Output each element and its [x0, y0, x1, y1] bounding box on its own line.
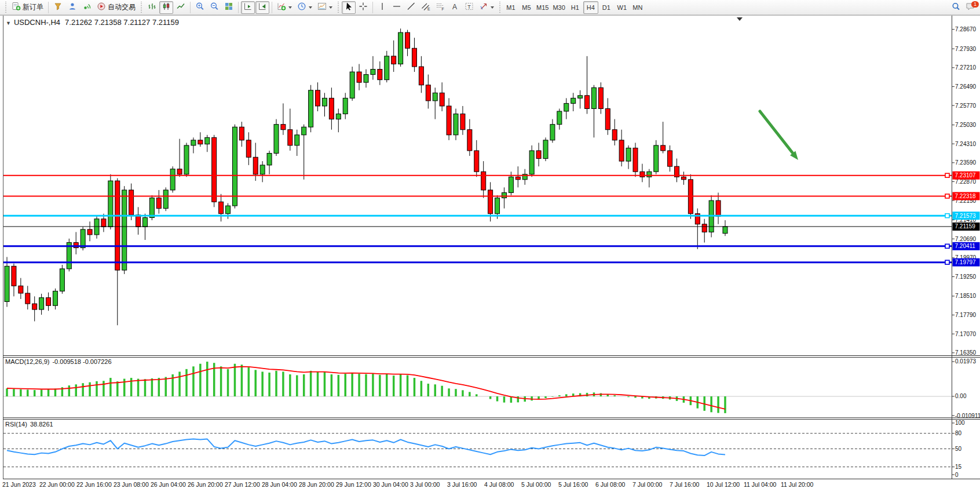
- horizontal-line-icon: [392, 2, 401, 13]
- svg-text:7.24310: 7.24310: [955, 141, 977, 147]
- timeframe-mn-button[interactable]: MN: [630, 1, 645, 14]
- bar-chart-icon: [147, 2, 156, 13]
- signals-icon: [82, 2, 92, 13]
- timeframe-w1-button[interactable]: W1: [615, 1, 630, 14]
- new-order-button[interactable]: 新订单: [9, 1, 46, 14]
- crosshair-icon: [359, 2, 368, 13]
- svg-text:10 Jul 12:00: 10 Jul 12:00: [707, 481, 740, 488]
- label-tool-button[interactable]: T: [462, 1, 476, 14]
- toolbar-drag-handle[interactable]: [337, 2, 339, 13]
- toolbar-drag-handle[interactable]: [5, 2, 7, 13]
- svg-text:3 Jul 00:00: 3 Jul 00:00: [410, 481, 440, 488]
- trendline-icon: [407, 2, 416, 13]
- community-button[interactable]: [65, 1, 79, 14]
- auto-trading-button[interactable]: 自动交易: [94, 1, 138, 14]
- svg-text:15: 15: [955, 464, 962, 470]
- collapse-triangle-icon[interactable]: ▼: [6, 20, 11, 26]
- cursor-icon: [344, 2, 353, 13]
- svg-text:11 Jul 04:00: 11 Jul 04:00: [744, 481, 777, 488]
- search-button[interactable]: [949, 1, 963, 14]
- svg-text:80: 80: [955, 430, 962, 436]
- svg-text:7.17070: 7.17070: [955, 331, 977, 337]
- candlestick-chart-icon: [162, 2, 171, 13]
- svg-text:7.23590: 7.23590: [955, 159, 977, 166]
- templates-button[interactable]: [315, 1, 335, 14]
- line-chart-button[interactable]: [174, 1, 188, 14]
- svg-text:7.21573: 7.21573: [955, 213, 977, 219]
- clock-icon: [297, 2, 306, 13]
- community-person-icon: [68, 2, 77, 13]
- channel-tool-button[interactable]: E: [419, 1, 433, 14]
- svg-text:4 Jul 08:00: 4 Jul 08:00: [484, 481, 514, 488]
- macd-name: MACD(12,26,9): [5, 358, 49, 365]
- periods-dropdown-caret-icon: [309, 6, 312, 9]
- vertical-line-tool-button[interactable]: [375, 1, 389, 14]
- indicators-button[interactable]: [275, 1, 294, 14]
- cursor-tool-button[interactable]: [342, 1, 356, 14]
- svg-text:7.19250: 7.19250: [955, 274, 977, 280]
- timeframe-m30-button[interactable]: M30: [551, 1, 566, 14]
- toolbar-separator: [372, 2, 373, 13]
- timeframe-group: M1M5M15M30H1H4D1W1MN: [503, 1, 645, 14]
- notification-count-badge: 1: [971, 1, 979, 8]
- bar-chart-button[interactable]: [145, 1, 159, 14]
- search-icon: [951, 2, 960, 13]
- horizontal-line-tool-button[interactable]: [390, 1, 404, 14]
- equidistant-channel-icon: E: [421, 2, 430, 13]
- crosshair-tool-button[interactable]: [356, 1, 370, 14]
- svg-text:7 Jul 00:00: 7 Jul 00:00: [632, 481, 663, 488]
- svg-text:7.17790: 7.17790: [955, 312, 977, 318]
- chart-shift-icon: [258, 2, 267, 13]
- svg-text:100: 100: [955, 420, 965, 426]
- tile-windows-icon: [224, 2, 233, 13]
- svg-text:21 Jun 2023: 21 Jun 2023: [2, 481, 36, 488]
- svg-text:22 Jun 16:00: 22 Jun 16:00: [76, 481, 112, 488]
- svg-text:7.26490: 7.26490: [955, 83, 977, 90]
- zoom-out-button[interactable]: [207, 1, 221, 14]
- toolbar-separator: [190, 2, 191, 13]
- svg-text:6 Jul 08:00: 6 Jul 08:00: [595, 481, 626, 488]
- svg-text:7.25770: 7.25770: [955, 103, 977, 109]
- svg-text:E: E: [427, 7, 430, 11]
- tile-windows-button[interactable]: [222, 1, 236, 14]
- svg-text:5 Jul 16:00: 5 Jul 16:00: [558, 481, 588, 488]
- svg-text:7.20411: 7.20411: [955, 243, 976, 249]
- zoom-out-icon: [210, 2, 219, 13]
- timeframe-h4-button[interactable]: H4: [583, 1, 598, 14]
- timeframe-d1-button[interactable]: D1: [599, 1, 614, 14]
- periods-button[interactable]: [295, 1, 315, 14]
- indicators-dropdown-caret-icon: [288, 6, 292, 9]
- svg-text:7.27930: 7.27930: [955, 46, 977, 52]
- svg-text:7.20690: 7.20690: [955, 236, 977, 242]
- svg-text:7.23107: 7.23107: [955, 172, 977, 178]
- text-label-icon: T: [465, 2, 474, 13]
- svg-text:7.16350: 7.16350: [955, 349, 977, 356]
- timeframe-m5-button[interactable]: M5: [519, 1, 534, 14]
- template-icon: [317, 2, 327, 13]
- timeframe-m1-button[interactable]: M1: [503, 1, 518, 14]
- toolbar-drag-handle[interactable]: [499, 2, 501, 13]
- timeframe-m15-button[interactable]: M15: [535, 1, 550, 14]
- chart-canvas[interactable]: 7.286707.279307.272107.264907.257707.250…: [0, 0, 980, 492]
- zoom-in-button[interactable]: [193, 1, 207, 14]
- toolbar-drag-handle[interactable]: [140, 2, 142, 13]
- signals-button[interactable]: [80, 1, 94, 14]
- svg-text:7 Jul 16:00: 7 Jul 16:00: [670, 481, 700, 488]
- svg-text:3 Jul 16:00: 3 Jul 16:00: [447, 481, 477, 488]
- candlestick-chart-button[interactable]: [159, 1, 173, 14]
- svg-text:0.00: 0.00: [955, 393, 967, 399]
- fibonacci-tool-button[interactable]: F: [433, 1, 447, 14]
- auto-scroll-button[interactable]: [241, 1, 255, 14]
- arrows-tool-button[interactable]: [477, 1, 496, 14]
- metaeditor-button[interactable]: [51, 1, 65, 14]
- svg-text:22 Jun 00:00: 22 Jun 00:00: [39, 481, 75, 488]
- chart-shift-button[interactable]: [255, 1, 269, 14]
- svg-text:26 Jun 20:00: 26 Jun 20:00: [188, 481, 223, 488]
- new-order-label: 新订单: [23, 2, 43, 12]
- timeframe-h1-button[interactable]: H1: [568, 1, 583, 14]
- svg-text:T: T: [467, 4, 471, 10]
- svg-text:7.28670: 7.28670: [955, 26, 977, 32]
- text-tool-button[interactable]: A: [448, 1, 462, 14]
- svg-text:30 Jun 04:00: 30 Jun 04:00: [373, 481, 408, 488]
- trendline-tool-button[interactable]: [404, 1, 418, 14]
